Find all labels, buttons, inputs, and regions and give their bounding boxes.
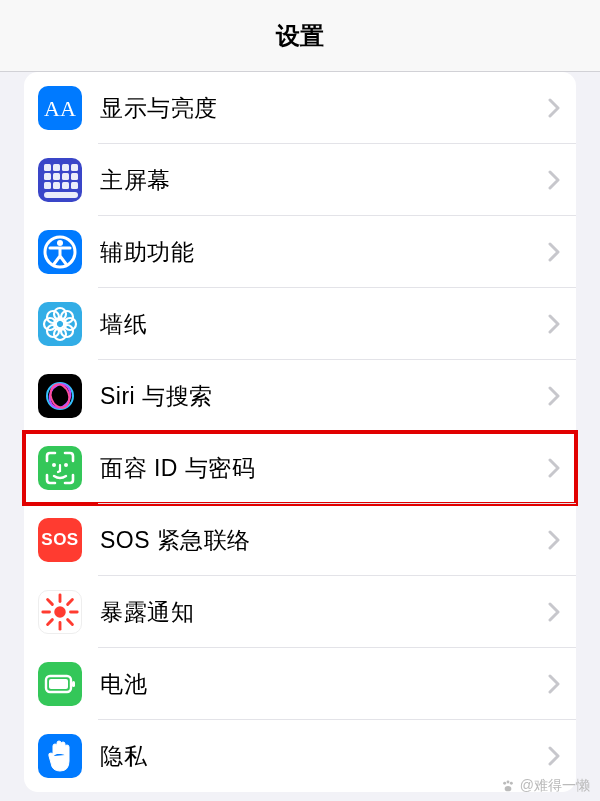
privacy-icon	[38, 734, 82, 778]
settings-row-display[interactable]: 显示与亮度	[24, 72, 576, 144]
row-separator	[98, 503, 576, 504]
settings-list: 显示与亮度主屏幕辅助功能墙纸Siri 与搜索面容 ID 与密码SOSSOS 紧急…	[24, 72, 576, 792]
sos-text: SOS	[41, 530, 78, 550]
settings-row-exposure[interactable]: 暴露通知	[24, 576, 576, 648]
settings-row-label: 暴露通知	[100, 597, 548, 628]
settings-row-siri[interactable]: Siri 与搜索	[24, 360, 576, 432]
settings-row-label: 面容 ID 与密码	[100, 453, 548, 484]
page-title: 设置	[276, 20, 324, 52]
settings-row-label: 辅助功能	[100, 237, 548, 268]
accessibility-icon	[38, 230, 82, 274]
sos-icon: SOS	[38, 518, 82, 562]
settings-row-label: 隐私	[100, 741, 548, 772]
settings-row-home[interactable]: 主屏幕	[24, 144, 576, 216]
settings-row-faceid[interactable]: 面容 ID 与密码	[24, 432, 576, 504]
chevron-right-icon	[548, 746, 560, 766]
settings-row-label: 主屏幕	[100, 165, 548, 196]
chevron-right-icon	[548, 98, 560, 118]
settings-row-privacy[interactable]: 隐私	[24, 720, 576, 792]
settings-row-sos[interactable]: SOSSOS 紧急联络	[24, 504, 576, 576]
siri-icon	[38, 374, 82, 418]
settings-row-label: Siri 与搜索	[100, 381, 548, 412]
faceid-icon	[38, 446, 82, 490]
settings-row-label: 显示与亮度	[100, 93, 548, 124]
chevron-right-icon	[548, 242, 560, 262]
settings-row-battery[interactable]: 电池	[24, 648, 576, 720]
header: 设置	[0, 0, 600, 72]
home-screen-icon	[38, 158, 82, 202]
chevron-right-icon	[548, 530, 560, 550]
exposure-icon	[38, 590, 82, 634]
svg-point-0	[503, 782, 506, 785]
watermark: @难得一懒	[500, 777, 590, 795]
settings-row-wallpaper[interactable]: 墙纸	[24, 288, 576, 360]
display-brightness-icon	[38, 86, 82, 130]
chevron-right-icon	[548, 170, 560, 190]
chevron-right-icon	[548, 458, 560, 478]
settings-row-accessibility[interactable]: 辅助功能	[24, 216, 576, 288]
svg-point-2	[510, 782, 513, 785]
paw-icon	[500, 778, 516, 794]
svg-point-1	[506, 781, 509, 784]
svg-point-3	[504, 786, 511, 791]
battery-icon	[38, 662, 82, 706]
settings-row-label: 墙纸	[100, 309, 548, 340]
chevron-right-icon	[548, 674, 560, 694]
watermark-text: @难得一懒	[520, 777, 590, 795]
settings-row-label: SOS 紧急联络	[100, 525, 548, 556]
chevron-right-icon	[548, 314, 560, 334]
chevron-right-icon	[548, 386, 560, 406]
chevron-right-icon	[548, 602, 560, 622]
wallpaper-icon	[38, 302, 82, 346]
settings-row-label: 电池	[100, 669, 548, 700]
